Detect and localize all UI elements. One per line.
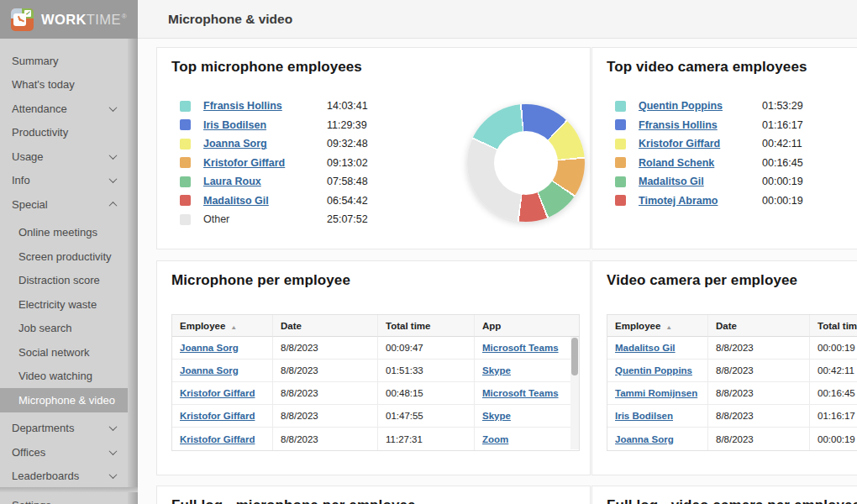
sidebar-item-productivity[interactable]: Productivity: [0, 121, 128, 145]
card-title-video-table: Video camera per employee: [607, 272, 857, 289]
date-cell: 8/8/2023: [708, 428, 810, 450]
sidebar-item-screen-productivity[interactable]: Screen productivity: [0, 244, 128, 269]
column-header-employee[interactable]: Employee▲: [607, 315, 708, 337]
sidebar-item-label: Screen productivity: [18, 250, 116, 263]
employee-link[interactable]: Roland Schenk: [639, 157, 762, 169]
sidebar-item-distraction-score[interactable]: Distraction score: [0, 269, 128, 293]
employee-link[interactable]: Ffransis Hollins: [203, 100, 327, 112]
employee-link[interactable]: Kristofor Giffard: [180, 434, 255, 444]
sidebar-scrollbar-strip[interactable]: [128, 39, 138, 504]
sidebar-item-what-s-today[interactable]: What's today: [0, 73, 128, 97]
employee-link[interactable]: Madalitso Gil: [203, 195, 327, 207]
employee-cell: Kristofor Giffard: [172, 405, 273, 428]
table-row: Madalitso Gil8/8/202300:00:19: [607, 337, 857, 360]
legend-time: 25:07:52: [327, 213, 368, 225]
sidebar-item-online-meetings[interactable]: Online meetings: [0, 221, 128, 245]
chevron-up-icon: [109, 202, 118, 210]
app-link[interactable]: Microsoft Teams: [482, 343, 559, 353]
sidebar-item-attendance[interactable]: Attendance: [0, 97, 128, 121]
sidebar-item-label: Productivity: [12, 126, 116, 139]
card-title-full-log-video: Full log - video camera per employee: [607, 497, 857, 504]
employee-link[interactable]: Joanna Sorg: [180, 365, 239, 375]
legend-row: Timotej Abramo00:00:19: [615, 192, 857, 211]
sidebar-item-electricity-waste[interactable]: Electricity waste: [0, 292, 128, 317]
column-header-label: Date: [281, 321, 302, 331]
employee-link[interactable]: Quentin Poppins: [639, 100, 762, 112]
legend-time: 00:16:45: [762, 157, 803, 169]
app-link[interactable]: Microsoft Teams: [482, 388, 559, 398]
column-header-label: Employee: [615, 321, 660, 331]
employee-cell: Kristofor Giffard: [172, 428, 273, 450]
sidebar-item-label: Job search: [18, 322, 116, 334]
sidebar-item-microphone-video[interactable]: Microphone & video: [0, 388, 128, 412]
column-header-employee[interactable]: Employee▲: [172, 315, 273, 337]
sidebar-item-info[interactable]: Info: [0, 169, 128, 193]
sidebar-item-summary[interactable]: Summary: [0, 49, 128, 73]
app-link[interactable]: Skype: [482, 411, 511, 421]
sidebar-item-label: Special: [12, 198, 110, 211]
employee-link[interactable]: Timotej Abramo: [639, 195, 762, 207]
sidebar-item-label: Summary: [12, 55, 116, 67]
legend-row: Quentin Poppins01:53:29: [615, 97, 857, 116]
sidebar-item-special[interactable]: Special: [0, 192, 128, 217]
chevron-down-icon: [109, 103, 118, 112]
employee-link[interactable]: Madalitso Gil: [639, 176, 762, 187]
employee-link[interactable]: Kristofor Giffard: [639, 138, 762, 150]
employee-link[interactable]: Joanna Sorg: [615, 434, 674, 444]
employee-link[interactable]: Iris Bodilsen: [203, 119, 327, 131]
sidebar-item-departments[interactable]: Departments: [0, 417, 128, 441]
employee-link[interactable]: Laura Roux: [203, 176, 327, 187]
sidebar-item-social-network[interactable]: Social network: [0, 340, 128, 365]
sidebar-item-offices[interactable]: Offices: [0, 440, 128, 465]
sidebar-item-label: Distraction score: [18, 274, 116, 286]
employee-cell: Joanna Sorg: [172, 337, 273, 360]
microphone-donut-chart: [467, 104, 585, 222]
column-header-total-time[interactable]: Total time: [810, 315, 857, 337]
column-header-app[interactable]: App: [475, 315, 579, 337]
table-row: Joanna Sorg8/8/202301:51:33Skype: [172, 360, 579, 382]
chevron-down-icon: [109, 151, 118, 160]
sidebar-item-leaderboards[interactable]: Leaderboards: [0, 465, 128, 489]
app-link[interactable]: Skype: [482, 365, 511, 375]
sidebar-item-label: Microphone & video: [18, 394, 116, 407]
column-header-date[interactable]: Date: [273, 315, 378, 337]
employee-link[interactable]: Kristofor Giffard: [180, 388, 255, 398]
employee-link[interactable]: Joanna Sorg: [180, 343, 239, 353]
sidebar-item-settings[interactable]: Settings: [0, 493, 128, 504]
employee-cell: Joanna Sorg: [607, 428, 708, 450]
sidebar-item-video-watching[interactable]: Video watching: [0, 365, 128, 389]
legend-swatch: [180, 214, 191, 225]
card-title-top-video: Top video camera employees: [607, 59, 857, 76]
employee-link[interactable]: Iris Bodilsen: [615, 411, 673, 421]
table-scrollbar[interactable]: [570, 337, 579, 449]
total-cell: 01:16:17: [810, 405, 857, 428]
sidebar-item-usage[interactable]: Usage: [0, 144, 128, 169]
employee-link[interactable]: Kristofor Giffard: [203, 157, 327, 169]
employee-link[interactable]: Quentin Poppins: [615, 365, 692, 375]
sidebar-item-job-search[interactable]: Job search: [0, 317, 128, 341]
legend-swatch: [615, 139, 626, 150]
employee-link[interactable]: Joanna Sorg: [203, 138, 327, 150]
table-row: Iris Bodilsen8/8/202301:16:17: [607, 405, 857, 428]
date-cell: 8/8/2023: [273, 405, 378, 428]
app-link[interactable]: Zoom: [482, 434, 508, 444]
app-cell: Skype: [475, 405, 579, 428]
employee-cell: Tammi Romijnsen: [607, 382, 708, 405]
sidebar-menu: SummaryWhat's todayAttendanceProductivit…: [0, 39, 128, 504]
total-cell: 01:51:33: [378, 360, 475, 382]
date-cell: 8/8/2023: [273, 360, 378, 382]
employee-link[interactable]: Kristofor Giffard: [180, 411, 255, 421]
employee-link[interactable]: Ffransis Hollins: [639, 119, 762, 131]
scrollbar-thumb[interactable]: [571, 338, 578, 375]
employee-cell: Madalitso Gil: [607, 337, 708, 360]
sidebar-item-label: Social network: [18, 346, 116, 359]
column-header-total-time[interactable]: Total time: [378, 315, 475, 337]
total-cell: 00:09:47: [378, 337, 475, 360]
employee-link[interactable]: Madalitso Gil: [615, 343, 676, 353]
date-cell: 8/8/2023: [708, 405, 810, 428]
registered-mark: ®: [122, 13, 127, 20]
column-header-date[interactable]: Date: [708, 315, 810, 337]
employee-cell: Joanna Sorg: [172, 360, 273, 382]
total-cell: 01:47:55: [378, 405, 475, 428]
employee-link[interactable]: Tammi Romijnsen: [615, 388, 697, 398]
